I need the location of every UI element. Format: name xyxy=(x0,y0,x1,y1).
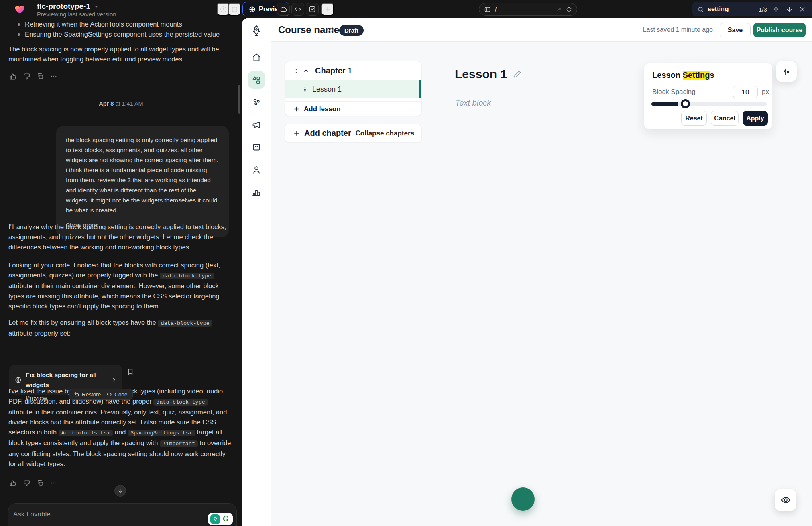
grammarly-icon: G xyxy=(221,514,230,524)
edit-course-name-icon[interactable] xyxy=(327,27,335,34)
url-path[interactable]: / xyxy=(495,6,552,13)
app-header: Course name Draft Last saved 1 minute ag… xyxy=(271,18,812,42)
block-spacing-slider[interactable] xyxy=(651,102,767,106)
block-spacing-input[interactable] xyxy=(733,86,758,98)
circles-icon xyxy=(252,97,261,107)
history-icon xyxy=(220,6,227,13)
chat-scrollbar[interactable] xyxy=(238,85,240,114)
copy-icon[interactable] xyxy=(36,479,44,487)
bookmark-icon[interactable] xyxy=(127,368,134,376)
refresh-icon[interactable] xyxy=(566,6,572,12)
nav-profile[interactable] xyxy=(248,161,265,179)
open-external-icon[interactable] xyxy=(556,6,562,12)
grammarly-widget[interactable]: G xyxy=(208,513,233,525)
drag-handle-icon[interactable] xyxy=(303,86,308,92)
status-badge: Draft xyxy=(339,25,364,36)
settings-toggle-button[interactable] xyxy=(776,61,797,82)
publish-cloud-button[interactable] xyxy=(277,3,290,16)
add-lesson-button[interactable]: Add lesson xyxy=(285,101,421,116)
reset-button[interactable]: Reset xyxy=(681,111,707,126)
chapter-header[interactable]: Chapter 1 xyxy=(285,61,421,80)
chat-input-placeholder[interactable]: Ask Lovable... xyxy=(13,509,232,519)
thumbs-down-icon[interactable] xyxy=(22,72,31,80)
lesson-title: Lesson 1 xyxy=(455,67,521,81)
bullet-text: Retrieving it when the ActionTools compo… xyxy=(25,19,182,29)
timestamp-date: Apr 8 xyxy=(99,100,114,107)
assistant-paragraph: I'll analyze why the block spacing setti… xyxy=(8,222,232,252)
nav-home[interactable] xyxy=(248,49,265,66)
user-message-text: the block spacing setting is only correc… xyxy=(66,137,218,214)
code-icon xyxy=(294,6,301,13)
settings-title: Lesson Settings xyxy=(652,71,714,80)
apply-button[interactable]: Apply xyxy=(743,111,768,126)
preview-toggle-button[interactable] xyxy=(775,489,796,511)
message-actions xyxy=(9,72,58,80)
url-bar[interactable]: / xyxy=(479,3,577,16)
text-block-placeholder[interactable]: Text block xyxy=(455,98,491,108)
chevron-right-icon xyxy=(111,377,117,383)
list-item: Retrieving it when the ActionTools compo… xyxy=(18,19,226,29)
sliders-icon xyxy=(782,67,791,76)
publish-course-button[interactable]: Publish course xyxy=(753,23,806,37)
panel-icon xyxy=(231,6,238,13)
drag-handle-icon[interactable] xyxy=(293,68,299,74)
lesson-row-selected[interactable]: Lesson 1 xyxy=(285,80,421,98)
last-saved-text: Last saved 1 minute ago xyxy=(643,26,713,33)
app-preview: Course name Draft Last saved 1 minute ag… xyxy=(242,18,812,526)
more-options-icon[interactable] xyxy=(50,479,58,487)
nav-analytics[interactable] xyxy=(248,183,265,201)
code-button[interactable]: Code xyxy=(106,389,127,400)
bullet-text: Ensuring the SpacingSettings component u… xyxy=(25,29,220,39)
cancel-button[interactable]: Cancel xyxy=(711,111,739,126)
chat-input-box[interactable]: Ask Lovable... Edit Chat xyxy=(8,503,237,526)
add-chapter-button[interactable]: Add chapter xyxy=(293,128,351,138)
search-close-button[interactable] xyxy=(798,4,807,14)
thumbs-up-icon[interactable] xyxy=(9,72,17,80)
bullet-icon xyxy=(18,23,20,26)
chevron-up-icon[interactable] xyxy=(303,68,309,74)
nav-community[interactable] xyxy=(248,93,265,111)
thumbs-up-icon[interactable] xyxy=(9,479,17,487)
project-subtitle: Previewing last saved version xyxy=(37,11,116,18)
more-options-icon[interactable] xyxy=(50,72,58,80)
search-prev-button[interactable] xyxy=(771,4,781,14)
restore-button[interactable]: Restore xyxy=(74,389,101,400)
nav-marketing[interactable] xyxy=(248,116,265,134)
search-match-count: 1/3 xyxy=(759,6,767,13)
search-next-button[interactable] xyxy=(785,4,794,14)
lovable-logo-icon[interactable] xyxy=(14,4,25,15)
search-input[interactable] xyxy=(708,6,755,13)
home-icon xyxy=(252,53,261,62)
eye-icon xyxy=(781,495,791,505)
toggle-sidebar-button[interactable] xyxy=(228,3,241,16)
pages-icon xyxy=(484,6,491,13)
project-menu[interactable]: flc-prototype-1 xyxy=(37,2,99,11)
slider-thumb[interactable] xyxy=(681,99,690,108)
topbar: flc-prototype-1 Previewing last saved ve… xyxy=(0,0,812,18)
edit-lesson-title-icon[interactable] xyxy=(513,70,521,78)
collapse-chapters-button[interactable]: Collapse chapters xyxy=(356,129,414,137)
copy-icon[interactable] xyxy=(36,72,44,80)
save-button[interactable]: Save xyxy=(720,23,751,37)
chevron-down-icon xyxy=(94,4,99,9)
scroll-to-bottom-button[interactable] xyxy=(114,485,126,497)
app-logo[interactable] xyxy=(248,22,265,39)
user-message-bubble: the block spacing setting is only correc… xyxy=(56,126,229,237)
block-spacing-label: Block Spacing xyxy=(652,88,696,96)
chapter-name: Chapter 1 xyxy=(315,66,352,75)
nav-store[interactable] xyxy=(248,138,265,156)
bar-chart-icon xyxy=(252,188,261,197)
thumbs-down-icon[interactable] xyxy=(22,479,31,487)
code-view-button[interactable] xyxy=(291,3,304,16)
chat-panel: Retrieving it when the ActionTools compo… xyxy=(0,18,242,526)
lesson-name: Lesson 1 xyxy=(312,85,342,94)
add-block-button[interactable] xyxy=(511,487,535,511)
selected-indicator xyxy=(419,80,421,98)
search-icon xyxy=(697,6,704,13)
nav-courses[interactable] xyxy=(248,71,265,89)
project-name: flc-prototype-1 xyxy=(37,2,90,11)
plus-icon xyxy=(518,494,528,504)
new-tab-button[interactable] xyxy=(321,3,334,16)
lesson-settings-panel: Lesson Settings Block Spacing px Reset C… xyxy=(644,63,773,129)
analytics-button[interactable] xyxy=(306,3,319,16)
